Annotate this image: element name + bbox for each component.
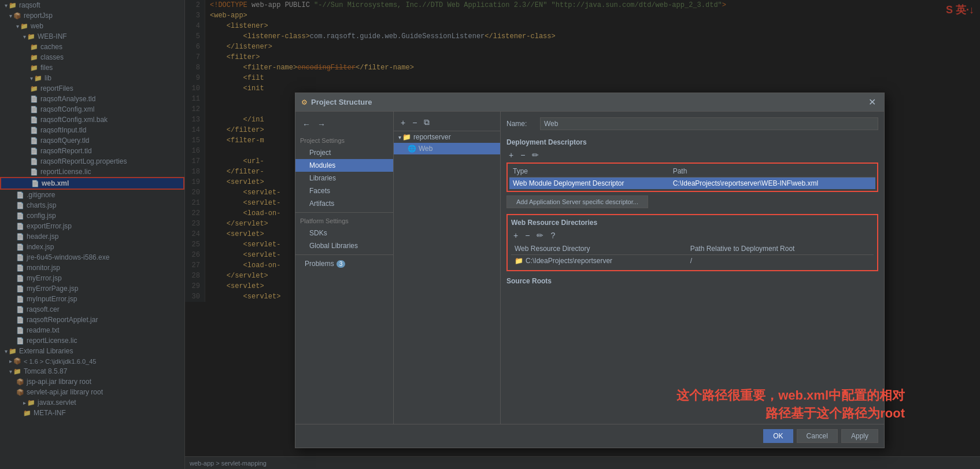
wr-toolbar: + − ✏ ? bbox=[511, 229, 874, 242]
name-label: Name: bbox=[506, 120, 535, 128]
cancel-button[interactable]: Cancel bbox=[797, 429, 838, 443]
name-input[interactable] bbox=[540, 117, 878, 130]
wr-dir-cell: 📁 C:\IdeaProjects\reportserver bbox=[511, 255, 687, 267]
nav-separator2 bbox=[295, 254, 393, 255]
annotation-line1: 这个路径很重要，web.xml中配置的相对 bbox=[616, 387, 905, 405]
dialog-close-button[interactable]: ✕ bbox=[866, 97, 878, 108]
folder-small-icon: 📁 bbox=[515, 257, 523, 265]
nav-item-label: SDKs bbox=[309, 229, 327, 237]
wr-col-dir: Web Resource Directory bbox=[511, 243, 687, 255]
nav-item-problems[interactable]: Problems 3 bbox=[295, 257, 393, 270]
wr-edit-button[interactable]: ✏ bbox=[534, 230, 546, 241]
dd-path-cell: C:\IdeaProjects\reportserver\WEB-INF\web… bbox=[670, 178, 875, 190]
tree-row-label: Web bbox=[419, 145, 432, 153]
nav-item-label: Artifacts bbox=[309, 200, 334, 208]
tree-add-button[interactable]: + bbox=[398, 117, 408, 128]
nav-item-label: Modules bbox=[309, 161, 335, 169]
annotation-text: 这个路径很重要，web.xml中配置的相对 路径基于这个路径为root bbox=[616, 387, 905, 423]
dialog-details: Name: Deployment Descriptors + − ✏ bbox=[501, 112, 884, 424]
nav-item-project[interactable]: Project bbox=[295, 146, 393, 159]
nav-forward-button[interactable]: → bbox=[315, 119, 328, 130]
nav-item-label: Problems bbox=[305, 260, 334, 268]
dialog-title-bar: ⚙ Project Structure ✕ bbox=[295, 93, 884, 112]
main-container: ▾ 📁 raqsoft ▾ 📦 reportJsp ▾ 📁 web ▾ 📁 WE… bbox=[0, 0, 980, 469]
nav-back-button[interactable]: ← bbox=[300, 119, 313, 130]
dd-edit-button[interactable]: ✏ bbox=[530, 150, 541, 160]
dd-remove-button[interactable]: − bbox=[518, 150, 527, 160]
tree-row-label: reportserver bbox=[413, 133, 451, 141]
wr-col-relpath: Path Relative to Deployment Root bbox=[687, 243, 874, 255]
dd-table-container: Type Path Web Module Deployment Descript… bbox=[506, 163, 878, 192]
dd-toolbar: + − ✏ bbox=[506, 149, 878, 161]
dialog-title-text: Project Structure bbox=[311, 98, 866, 106]
project-settings-label: Project Settings bbox=[295, 135, 393, 146]
wr-dir-text: C:\IdeaProjects\reportserver bbox=[526, 257, 612, 265]
apply-button[interactable]: Apply bbox=[841, 429, 878, 443]
wr-row[interactable]: 📁 C:\IdeaProjects\reportserver / bbox=[511, 255, 874, 267]
problems-badge: 3 bbox=[336, 260, 346, 268]
nav-item-label: Global Libraries bbox=[309, 242, 358, 250]
platform-settings-label: Platform Settings bbox=[295, 215, 393, 227]
dd-col-type: Type bbox=[509, 165, 670, 178]
dd-type-cell: Web Module Deployment Descriptor bbox=[509, 178, 670, 190]
source-roots-section: Source Roots bbox=[506, 277, 878, 287]
nav-item-artifacts[interactable]: Artifacts bbox=[295, 197, 393, 210]
tree-remove-button[interactable]: − bbox=[410, 117, 419, 128]
dialog-footer: OK Cancel Apply bbox=[295, 424, 884, 448]
nav-item-global-libraries[interactable]: Global Libraries bbox=[295, 239, 393, 252]
dd-col-path: Path bbox=[670, 165, 875, 178]
deployment-descriptors-section: Deployment Descriptors + − ✏ Type Path bbox=[506, 138, 878, 208]
web-icon: 🌐 bbox=[408, 145, 416, 153]
wr-table: Web Resource Directory Path Relative to … bbox=[511, 243, 874, 267]
nav-separator bbox=[295, 212, 393, 213]
dd-table: Type Path Web Module Deployment Descript… bbox=[509, 165, 875, 189]
nav-item-modules[interactable]: Modules bbox=[295, 159, 393, 172]
wr-remove-button[interactable]: − bbox=[523, 230, 532, 241]
dialog-title-icon: ⚙ bbox=[301, 98, 308, 106]
web-resource-section: Web Resource Directories + − ✏ ? Web Res… bbox=[506, 214, 878, 271]
wr-add-button[interactable]: + bbox=[511, 230, 520, 241]
nav-item-label: Facets bbox=[309, 187, 330, 195]
annotation-line2: 路径基于这个路径为root bbox=[616, 405, 905, 423]
tree-row-web[interactable]: 🌐 Web bbox=[394, 143, 500, 154]
nav-item-facets[interactable]: Facets bbox=[295, 184, 393, 197]
wr-help-button[interactable]: ? bbox=[548, 230, 557, 241]
dd-section-title: Deployment Descriptors bbox=[506, 138, 878, 146]
nav-item-label: Libraries bbox=[309, 174, 336, 182]
nav-item-label: Project bbox=[309, 149, 331, 157]
dialog-body: ← → Project Settings Project Modules Lib… bbox=[295, 112, 884, 424]
nav-item-libraries[interactable]: Libraries bbox=[295, 172, 393, 184]
dialog-nav: ← → Project Settings Project Modules Lib… bbox=[295, 112, 394, 424]
nav-toolbar: ← → bbox=[295, 116, 393, 132]
name-row: Name: bbox=[506, 117, 878, 130]
dd-row[interactable]: Web Module Deployment Descriptor C:\Idea… bbox=[509, 178, 875, 190]
folder-icon: 📁 bbox=[402, 133, 411, 141]
tree-toolbar: + − ⧉ bbox=[394, 114, 500, 131]
ok-button[interactable]: OK bbox=[763, 429, 793, 443]
expand-icon: ▾ bbox=[398, 134, 401, 141]
tree-row-reportserver[interactable]: ▾ 📁 reportserver bbox=[394, 131, 500, 143]
tree-copy-button[interactable]: ⧉ bbox=[421, 116, 432, 128]
add-server-descriptor-button[interactable]: Add Application Server specific descript… bbox=[506, 195, 648, 208]
wr-section-title: Web Resource Directories bbox=[511, 219, 874, 227]
dd-add-button[interactable]: + bbox=[506, 150, 516, 160]
dialog-tree: + − ⧉ ▾ 📁 reportserver 🌐 Web bbox=[394, 112, 501, 424]
nav-item-sdks[interactable]: SDKs bbox=[295, 227, 393, 239]
source-roots-title: Source Roots bbox=[506, 277, 878, 285]
wr-relpath-cell: / bbox=[687, 255, 874, 267]
